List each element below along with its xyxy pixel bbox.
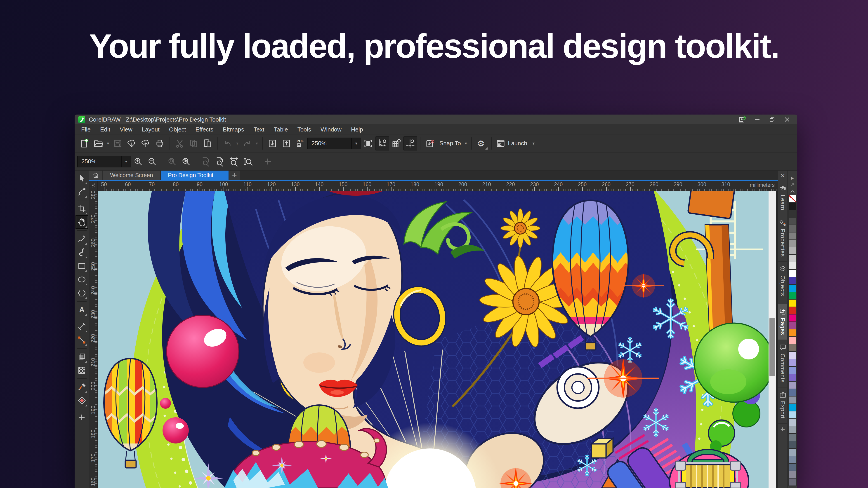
zoom-out-button[interactable]	[145, 155, 159, 168]
palette-swatch[interactable]	[788, 389, 797, 396]
rulers-toggle-button[interactable]	[375, 136, 389, 151]
import-button[interactable]	[266, 136, 279, 151]
palette-swatch[interactable]	[788, 456, 797, 463]
undo-dropdown[interactable]: ▾	[235, 141, 240, 146]
open-folder-button[interactable]	[91, 136, 105, 151]
zoom-page-fit-button[interactable]	[213, 155, 227, 168]
paste-button[interactable]	[201, 136, 215, 151]
menu-effects[interactable]: Effects	[191, 125, 218, 134]
palette-swatch[interactable]	[788, 247, 797, 255]
palette-swatch[interactable]	[788, 202, 797, 210]
grid-toggle-button[interactable]	[389, 136, 403, 151]
zoom-level-input[interactable]: 250%	[77, 156, 122, 167]
palette-swatch[interactable]	[788, 411, 797, 419]
palette-swatch[interactable]	[788, 396, 797, 404]
new-document-tab-button[interactable]: +	[229, 170, 240, 180]
palette-swatch[interactable]	[788, 277, 797, 285]
rectangle-tool[interactable]	[75, 259, 88, 273]
freehand-tool[interactable]	[75, 232, 88, 246]
add-plus-button[interactable]	[261, 155, 275, 168]
palette-eyedropper-button[interactable]	[787, 182, 797, 188]
cloud-upload-button[interactable]	[139, 136, 153, 151]
zoom-selected-button[interactable]	[165, 155, 179, 168]
home-tab[interactable]	[89, 170, 102, 180]
zoom-page-button[interactable]	[199, 155, 213, 168]
customize-toolbox[interactable]	[75, 411, 88, 424]
palette-swatch[interactable]	[788, 366, 797, 374]
palette-swatch[interactable]	[788, 426, 797, 433]
export-button[interactable]	[279, 136, 293, 151]
pan-tool[interactable]	[75, 215, 88, 229]
ellipse-tool[interactable]	[75, 273, 88, 286]
palette-swatch[interactable]	[788, 314, 797, 322]
interactive-fill-tool[interactable]	[75, 394, 88, 408]
redo-dropdown[interactable]: ▾	[254, 141, 259, 146]
open-folder-dropdown[interactable]: ▾	[105, 141, 111, 146]
eyedropper-tool[interactable]	[75, 380, 88, 394]
docker-tab-objects[interactable]: Objects	[778, 261, 787, 301]
menu-window[interactable]: Window	[316, 125, 346, 134]
palette-swatch[interactable]	[788, 217, 797, 225]
palette-swatch[interactable]	[788, 381, 797, 389]
palette-swatch[interactable]	[788, 240, 797, 247]
zoom-all-objects-button[interactable]	[179, 155, 193, 168]
docker-tab-export[interactable]: Export	[778, 387, 787, 423]
document-tab-welcome-screen[interactable]: Welcome Screen	[103, 170, 160, 180]
menu-view[interactable]: View	[115, 125, 137, 134]
minimize-button[interactable]	[751, 115, 764, 124]
palette-swatch[interactable]	[788, 329, 797, 337]
menu-object[interactable]: Object	[164, 125, 191, 134]
horizontal-ruler[interactable]: millimeters 5060708090100110120130140150…	[98, 181, 778, 191]
palette-swatch[interactable]	[788, 210, 797, 217]
palette-swatch[interactable]	[788, 285, 797, 292]
palette-swatch[interactable]	[788, 419, 797, 426]
redo-button[interactable]	[240, 136, 254, 151]
palette-swatch[interactable]	[788, 478, 797, 486]
zoom-level-dropdown[interactable]: ▾	[352, 138, 361, 149]
palette-swatch[interactable]	[788, 374, 797, 381]
palette-swatch[interactable]	[788, 195, 797, 202]
palette-swatch[interactable]	[788, 344, 797, 352]
docker-tab-properties[interactable]: Properties	[778, 215, 787, 261]
zoom-page-width-button[interactable]	[227, 155, 241, 168]
guidelines-toggle-button[interactable]	[403, 136, 417, 151]
palette-swatch[interactable]	[788, 337, 797, 344]
cloud-download-button[interactable]	[125, 136, 139, 151]
scrollbar-thumb[interactable]	[770, 318, 775, 376]
palette-swatch[interactable]	[788, 269, 797, 277]
sign-in-button[interactable]	[736, 115, 749, 124]
palette-swatch[interactable]	[788, 463, 797, 471]
menu-table[interactable]: Table	[269, 125, 292, 134]
palette-grip[interactable]: ····	[789, 170, 796, 175]
artistic-media-tool[interactable]	[75, 246, 88, 259]
menu-help[interactable]: Help	[346, 125, 368, 134]
options-gear-button[interactable]: ⚙	[474, 136, 489, 151]
menu-layout[interactable]: Layout	[137, 125, 164, 134]
polygon-tool[interactable]	[75, 286, 88, 300]
zoom-level-dropdown[interactable]: ▾	[122, 156, 131, 167]
close-document-button[interactable]: ×	[778, 170, 787, 181]
palette-swatch[interactable]	[788, 225, 797, 232]
document-tab-pro-design-toolkit[interactable]: Pro Design Toolkit	[161, 170, 228, 180]
palette-swatch[interactable]	[788, 404, 797, 411]
palette-swatch[interactable]	[788, 322, 797, 329]
palette-swatch[interactable]	[788, 441, 797, 449]
palette-swatch[interactable]	[788, 262, 797, 269]
pdf-button[interactable]: PDF	[293, 136, 307, 151]
palette-swatch[interactable]	[788, 471, 797, 478]
menu-bitmaps[interactable]: Bitmaps	[218, 125, 249, 134]
snap-to-label[interactable]: Snap To	[437, 140, 463, 147]
launch-button[interactable]: Launch	[494, 136, 531, 151]
print-button[interactable]	[153, 136, 167, 151]
zoom-page-height-button[interactable]	[241, 155, 255, 168]
undo-button[interactable]	[221, 136, 235, 151]
menu-text[interactable]: Text	[249, 125, 269, 134]
docker-tab-pages[interactable]: Pages	[778, 304, 787, 339]
vertical-ruler[interactable]: 280270260250240230220210200190180170160	[89, 191, 98, 488]
zoom-in-button[interactable]	[131, 155, 145, 168]
palette-swatch[interactable]	[788, 232, 797, 240]
restore-button[interactable]	[766, 115, 779, 124]
docker-tab-learn[interactable]: Learn	[778, 181, 787, 215]
fullscreen-preview-button[interactable]	[361, 136, 375, 151]
text-tool[interactable]: A	[75, 303, 88, 317]
